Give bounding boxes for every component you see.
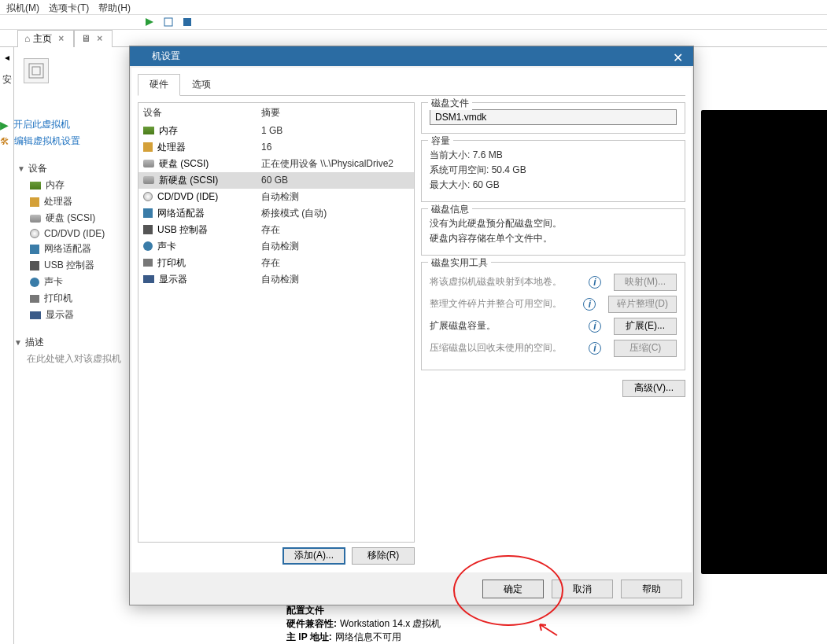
device-label: 打印机 bbox=[44, 292, 72, 305]
toolbar-btn[interactable] bbox=[179, 15, 195, 29]
printer-icon bbox=[30, 295, 39, 303]
compat-label: 硬件兼容性: bbox=[286, 617, 337, 631]
close-button[interactable]: ✕ bbox=[662, 46, 693, 68]
device-name: 新硬盘 (SCSI) bbox=[159, 174, 218, 187]
add-button[interactable]: 添加(A)... bbox=[282, 547, 345, 565]
cd-icon bbox=[30, 229, 39, 238]
tab-vm[interactable]: 🖥 × bbox=[74, 30, 113, 47]
play-icon: ▶ bbox=[0, 119, 9, 131]
info-icon[interactable]: i bbox=[589, 320, 601, 333]
network-icon bbox=[30, 245, 39, 254]
ok-button[interactable]: 确定 bbox=[482, 580, 544, 598]
toolbar-btn[interactable] bbox=[161, 15, 176, 29]
cancel-button[interactable]: 取消 bbox=[552, 580, 613, 598]
capacity-legend: 容量 bbox=[428, 134, 453, 148]
info-icon[interactable]: i bbox=[583, 298, 596, 311]
device-table: 设备 摘要 内存1 GB处理器16硬盘 (SCSI)正在使用设备 \\.\Phy… bbox=[138, 102, 415, 543]
device-name: 打印机 bbox=[157, 256, 186, 270]
avail-space: 系统可用空间: 50.4 GB bbox=[430, 164, 677, 177]
diskinfo-2: 硬盘内容存储在单个文件中。 bbox=[430, 232, 677, 245]
device-summary: 60 GB bbox=[261, 175, 409, 186]
tab-home-label: 主页 bbox=[33, 32, 52, 46]
device-label: CD/DVD (IDE) bbox=[44, 228, 105, 239]
table-row[interactable]: 处理器16 bbox=[138, 139, 414, 156]
device-name: 网络适配器 bbox=[157, 207, 205, 220]
expand-button[interactable]: 扩展(E)... bbox=[614, 318, 677, 335]
device-name: 显示器 bbox=[159, 273, 187, 286]
svg-rect-2 bbox=[183, 18, 191, 26]
sound-icon bbox=[143, 241, 153, 251]
help-button[interactable]: 帮助 bbox=[621, 580, 682, 598]
device-summary: 自动检测 bbox=[261, 240, 409, 253]
device-summary: 1 GB bbox=[261, 125, 409, 136]
menu-tabs[interactable]: 选项卡(T) bbox=[49, 2, 89, 13]
bottom-info: 配置文件 硬件兼容性:Workstation 14.x 虚拟机 主 IP 地址:… bbox=[286, 604, 441, 644]
remove-button[interactable]: 移除(R) bbox=[352, 547, 415, 565]
dialog-footer: 确定 取消 帮助 bbox=[130, 574, 693, 605]
device-name: 处理器 bbox=[157, 141, 186, 154]
tab-hardware[interactable]: 硬件 bbox=[138, 74, 180, 96]
sound-icon bbox=[30, 278, 39, 287]
table-row[interactable]: 声卡自动检测 bbox=[138, 238, 414, 255]
map-button[interactable]: 映射(M)... bbox=[614, 274, 677, 291]
table-row[interactable]: 显示器自动检测 bbox=[138, 271, 414, 288]
play-icon[interactable] bbox=[142, 15, 157, 29]
info-icon[interactable]: i bbox=[589, 276, 601, 289]
capacity-fieldset: 容量 当前大小: 7.6 MB 系统可用空间: 50.4 GB 最大大小: 60… bbox=[421, 140, 685, 202]
svg-marker-0 bbox=[146, 18, 153, 26]
svg-rect-4 bbox=[32, 67, 40, 75]
dialog-title-bar[interactable]: 机设置 ✕ bbox=[130, 46, 693, 66]
menu-vm[interactable]: 拟机(M) bbox=[6, 2, 39, 13]
table-row[interactable]: 新硬盘 (SCSI)60 GB bbox=[138, 172, 414, 189]
edit-icon: 🛠 bbox=[0, 136, 9, 147]
table-row[interactable]: 内存1 GB bbox=[138, 123, 414, 139]
compat-value: Workstation 14.x 虚拟机 bbox=[340, 617, 441, 631]
tab-row: ⌂ 主页 × 🖥 × bbox=[0, 30, 827, 47]
cpu-icon bbox=[30, 197, 39, 207]
diskfile-fieldset: 磁盘文件 bbox=[421, 102, 685, 134]
print-icon bbox=[143, 259, 153, 267]
diskfile-input[interactable] bbox=[430, 109, 677, 125]
close-icon[interactable]: × bbox=[55, 33, 67, 44]
device-name: 声卡 bbox=[157, 240, 176, 253]
home-icon: ⌂ bbox=[24, 33, 30, 44]
vm-big-icon bbox=[24, 58, 49, 83]
chevron-down-icon[interactable]: ▼ bbox=[17, 164, 25, 173]
device-summary: 存在 bbox=[261, 256, 409, 270]
usb-icon bbox=[143, 225, 153, 234]
current-size: 当前大小: 7.6 MB bbox=[430, 149, 677, 162]
table-row[interactable]: 网络适配器桥接模式 (自动) bbox=[138, 205, 414, 222]
advanced-button[interactable]: 高级(V)... bbox=[622, 380, 685, 397]
defrag-button[interactable]: 碎片整理(D) bbox=[608, 296, 677, 313]
map-hint: 将该虚拟机磁盘映射到本地卷。 bbox=[430, 275, 576, 289]
tab-home[interactable]: ⌂ 主页 × bbox=[17, 30, 74, 47]
device-table-header: 设备 摘要 bbox=[138, 103, 414, 123]
menu-help[interactable]: 帮助(H) bbox=[98, 2, 131, 13]
cpu-icon bbox=[143, 142, 153, 152]
device-summary: 正在使用设备 \\.\PhysicalDrive2 bbox=[261, 157, 409, 171]
table-row[interactable]: 硬盘 (SCSI)正在使用设备 \\.\PhysicalDrive2 bbox=[138, 156, 414, 172]
device-label: USB 控制器 bbox=[44, 259, 94, 272]
close-icon[interactable]: × bbox=[94, 33, 105, 44]
cd-icon bbox=[143, 192, 153, 201]
device-name: USB 控制器 bbox=[157, 223, 208, 237]
tab-options[interactable]: 选项 bbox=[180, 74, 223, 95]
compress-button[interactable]: 压缩(C) bbox=[614, 340, 677, 357]
col-device: 设备 bbox=[143, 106, 261, 120]
chevron-icon[interactable]: ◂ bbox=[5, 52, 9, 63]
mem-icon bbox=[143, 127, 154, 134]
device-summary: 自动检测 bbox=[261, 273, 409, 286]
table-row[interactable]: USB 控制器存在 bbox=[138, 222, 414, 238]
table-row[interactable]: CD/DVD (IDE)自动检测 bbox=[138, 189, 414, 205]
disk-icon bbox=[143, 160, 154, 167]
table-row[interactable]: 打印机存在 bbox=[138, 255, 414, 271]
device-label: 网络适配器 bbox=[44, 242, 91, 256]
disk-icon bbox=[30, 215, 41, 223]
chevron-down-icon[interactable]: ▼ bbox=[14, 338, 22, 347]
info-icon[interactable]: i bbox=[589, 342, 601, 355]
usb-icon bbox=[30, 261, 39, 270]
device-label: 内存 bbox=[46, 178, 65, 192]
svg-rect-3 bbox=[29, 64, 43, 78]
expand-hint: 扩展磁盘容量。 bbox=[430, 319, 576, 333]
device-label: 硬盘 (SCSI) bbox=[46, 212, 95, 225]
